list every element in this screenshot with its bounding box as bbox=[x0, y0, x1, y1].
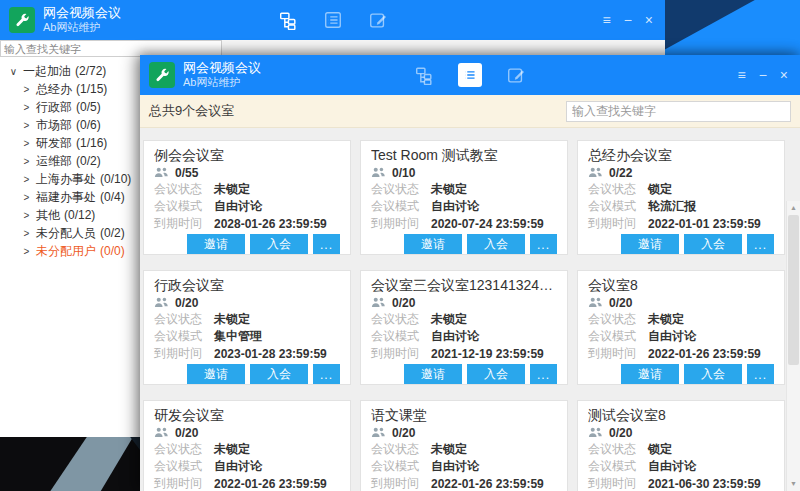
room-expire-row: 到期时间 2022-01-01 23:59:59 bbox=[588, 215, 774, 232]
room-mode-label: 会议模式 bbox=[154, 198, 214, 215]
join-button[interactable]: 入会 bbox=[250, 234, 308, 255]
tree-item-label: 未分配用户 bbox=[36, 243, 96, 260]
minimize-button[interactable]: − bbox=[624, 13, 632, 27]
more-options-button[interactable]: ... bbox=[530, 364, 557, 385]
room-status-row: 会议状态 未锁定 bbox=[371, 311, 557, 328]
invite-button[interactable]: 邀请 bbox=[187, 234, 245, 255]
join-button[interactable]: 入会 bbox=[684, 364, 742, 385]
join-button[interactable]: 入会 bbox=[250, 364, 308, 385]
room-occupancy: 0/10 bbox=[371, 164, 557, 181]
app-title-block: 网会视频会议 Ab网站维护 bbox=[183, 60, 261, 90]
room-mode-value: 自由讨论 bbox=[431, 458, 479, 475]
people-icon bbox=[154, 297, 169, 308]
rooms-window-controls: ≡ − × bbox=[737, 55, 788, 95]
scroll-up-icon[interactable]: ▲ bbox=[787, 202, 800, 214]
room-status-label: 会议状态 bbox=[154, 181, 214, 198]
room-title: 语文课堂 bbox=[371, 406, 557, 424]
invite-button[interactable]: 邀请 bbox=[621, 234, 679, 255]
tree-expand-icon[interactable]: ∨ bbox=[8, 66, 19, 77]
scroll-down-icon[interactable]: ▼ bbox=[787, 478, 800, 490]
room-status-value: 未锁定 bbox=[648, 311, 684, 328]
room-status-value: 未锁定 bbox=[431, 311, 467, 328]
tree-item-label: 福建办事处 bbox=[36, 189, 96, 206]
more-options-button[interactable]: ... bbox=[313, 234, 340, 255]
room-expire-row: 到期时间 2023-01-28 23:59:59 bbox=[154, 345, 340, 362]
minimize-button[interactable]: − bbox=[759, 68, 767, 82]
join-button[interactable]: 入会 bbox=[684, 234, 742, 255]
room-occupancy: 0/20 bbox=[371, 424, 557, 441]
room-mode-label: 会议模式 bbox=[154, 328, 214, 345]
meeting-room-card: 会议室8 0/20 会议状态 未锁定 会议模式 自由讨论 到期时间 2022-0… bbox=[577, 270, 785, 385]
rooms-grid: 例会会议室 0/55 会议状态 未锁定 会议模式 自由讨论 到期时间 2028-… bbox=[140, 128, 800, 491]
room-mode-value: 轮流汇报 bbox=[648, 198, 696, 215]
invite-button[interactable]: 邀请 bbox=[404, 364, 462, 385]
room-expire-value: 2021-12-19 23:59:59 bbox=[431, 347, 544, 361]
rooms-search-input[interactable] bbox=[566, 101, 791, 122]
room-mode-label: 会议模式 bbox=[588, 328, 648, 345]
wrench-icon bbox=[14, 12, 30, 28]
room-expire-value: 2022-01-01 23:59:59 bbox=[648, 217, 761, 231]
room-expire-row: 到期时间 2028-01-26 23:59:59 bbox=[154, 215, 340, 232]
org-chart-icon[interactable] bbox=[277, 9, 299, 31]
room-status-row: 会议状态 未锁定 bbox=[154, 181, 340, 198]
tree-expand-icon[interactable]: > bbox=[21, 174, 32, 185]
invite-button[interactable]: 邀请 bbox=[187, 364, 245, 385]
room-mode-row: 会议模式 自由讨论 bbox=[154, 458, 340, 475]
room-actions: 邀请 入会 ... bbox=[154, 364, 340, 385]
meeting-room-card: 例会会议室 0/55 会议状态 未锁定 会议模式 自由讨论 到期时间 2028-… bbox=[143, 140, 351, 255]
more-options-button[interactable]: ... bbox=[313, 364, 340, 385]
vertical-scrollbar[interactable]: ▲ ▼ bbox=[786, 201, 800, 491]
list-icon[interactable] bbox=[458, 63, 482, 87]
close-button[interactable]: × bbox=[645, 13, 653, 27]
room-status-label: 会议状态 bbox=[154, 311, 214, 328]
room-actions: 邀请 入会 ... bbox=[371, 234, 557, 255]
room-occupancy: 0/55 bbox=[154, 164, 340, 181]
rooms-list-area: 例会会议室 0/55 会议状态 未锁定 会议模式 自由讨论 到期时间 2028-… bbox=[140, 128, 800, 491]
tree-expand-icon[interactable]: > bbox=[21, 210, 32, 221]
room-actions: 邀请 入会 ... bbox=[588, 364, 774, 385]
tree-item-count: (0/12) bbox=[64, 208, 95, 222]
people-icon bbox=[154, 167, 169, 178]
tree-expand-icon[interactable]: > bbox=[21, 84, 32, 95]
tree-item-count: (1/15) bbox=[76, 82, 107, 96]
room-expire-row: 到期时间 2022-01-26 23:59:59 bbox=[154, 475, 340, 491]
join-button[interactable]: 入会 bbox=[467, 364, 525, 385]
tree-expand-icon[interactable]: > bbox=[21, 138, 32, 149]
tree-expand-icon[interactable]: > bbox=[21, 120, 32, 131]
edit-icon[interactable] bbox=[367, 9, 389, 31]
app-subtitle: Ab网站维护 bbox=[183, 76, 261, 90]
room-status-value: 锁定 bbox=[648, 181, 672, 198]
scrollbar-thumb[interactable] bbox=[788, 215, 799, 365]
tree-item-label: 市场部 bbox=[36, 117, 72, 134]
more-options-button[interactable]: ... bbox=[747, 234, 774, 255]
tree-expand-icon[interactable]: > bbox=[21, 192, 32, 203]
room-mode-value: 自由讨论 bbox=[648, 458, 696, 475]
room-expire-label: 到期时间 bbox=[154, 475, 214, 491]
room-expire-value: 2020-07-24 23:59:59 bbox=[431, 217, 544, 231]
edit-icon[interactable] bbox=[505, 64, 527, 86]
menu-button[interactable]: ≡ bbox=[737, 68, 745, 82]
list-icon[interactable] bbox=[322, 9, 344, 31]
room-status-value: 锁定 bbox=[648, 441, 672, 458]
room-status-value: 未锁定 bbox=[214, 441, 250, 458]
more-options-button[interactable]: ... bbox=[747, 364, 774, 385]
room-title: 研发会议室 bbox=[154, 406, 340, 424]
menu-button[interactable]: ≡ bbox=[602, 13, 610, 27]
more-options-button[interactable]: ... bbox=[530, 234, 557, 255]
tree-expand-icon[interactable]: > bbox=[21, 102, 32, 113]
room-occupancy-count: 0/22 bbox=[609, 166, 632, 180]
tree-expand-icon[interactable]: > bbox=[21, 156, 32, 167]
tree-item-label: 其他 bbox=[36, 207, 60, 224]
tree-expand-icon[interactable]: > bbox=[21, 228, 32, 239]
room-actions: 邀请 入会 ... bbox=[588, 234, 774, 255]
close-button[interactable]: × bbox=[780, 68, 788, 82]
invite-button[interactable]: 邀请 bbox=[621, 364, 679, 385]
tree-item-count: (0/6) bbox=[76, 118, 101, 132]
room-status-label: 会议状态 bbox=[588, 441, 648, 458]
people-icon bbox=[588, 427, 603, 438]
desktop-screen: 网会视频会议 Ab网站维护 ≡ − × bbox=[0, 0, 800, 491]
join-button[interactable]: 入会 bbox=[467, 234, 525, 255]
invite-button[interactable]: 邀请 bbox=[404, 234, 462, 255]
tree-expand-icon[interactable]: > bbox=[21, 246, 32, 257]
org-chart-icon[interactable] bbox=[413, 64, 435, 86]
